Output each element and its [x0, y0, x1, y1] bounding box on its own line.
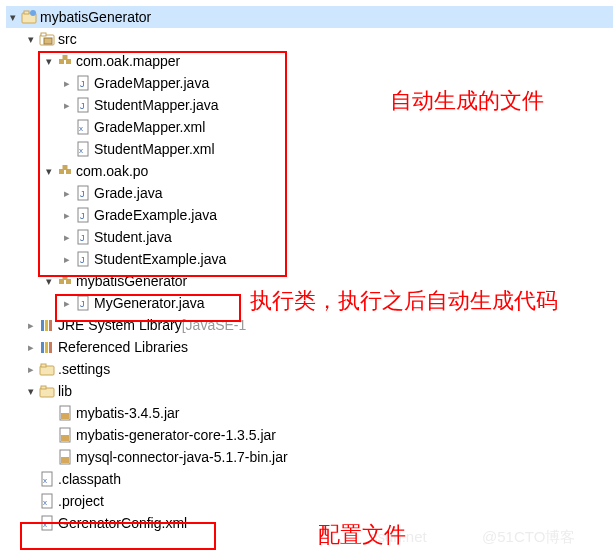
xml-file-icon: x — [75, 141, 91, 157]
file-label: .project — [58, 493, 104, 509]
svg-rect-35 — [49, 320, 52, 331]
svg-rect-37 — [45, 342, 48, 353]
java-file-icon: J — [75, 207, 91, 223]
src-folder[interactable]: src — [6, 28, 613, 50]
leaf-icon — [42, 406, 56, 420]
collapse-icon[interactable] — [60, 186, 74, 200]
file-label: StudentMapper.java — [94, 97, 219, 113]
package-icon — [57, 163, 73, 179]
leaf-icon — [24, 472, 38, 486]
xml-file-icon: x — [39, 515, 55, 531]
java-file-icon: J — [75, 75, 91, 91]
svg-rect-48 — [61, 457, 69, 463]
project-label: mybatisGenerator — [40, 9, 151, 25]
svg-text:J: J — [80, 233, 85, 243]
file-label: mybatis-3.4.5.jar — [76, 405, 179, 421]
folder-icon — [39, 383, 55, 399]
referenced-libraries[interactable]: Referenced Libraries — [6, 336, 613, 358]
java-file[interactable]: J GradeExample.java — [6, 204, 613, 226]
annotation-text-config: 配置文件 — [318, 520, 406, 550]
svg-text:x: x — [43, 476, 47, 485]
svg-text:J: J — [80, 211, 85, 221]
java-file-icon: J — [75, 295, 91, 311]
file-label: StudentMapper.xml — [94, 141, 215, 157]
jre-label: JRE System Library — [58, 317, 182, 333]
svg-rect-8 — [63, 55, 68, 60]
java-file[interactable]: J StudentExample.java — [6, 248, 613, 270]
expand-icon[interactable] — [24, 384, 38, 398]
svg-text:J: J — [80, 189, 85, 199]
collapse-icon[interactable] — [60, 76, 74, 90]
package-icon — [57, 273, 73, 289]
lib-folder[interactable]: lib — [6, 380, 613, 402]
collapse-icon[interactable] — [60, 98, 74, 112]
collapse-icon[interactable] — [60, 230, 74, 244]
settings-folder[interactable]: .settings — [6, 358, 613, 380]
svg-text:J: J — [80, 79, 85, 89]
jre-library[interactable]: JRE System Library [JavaSE-1 — [6, 314, 613, 336]
leaf-icon — [42, 428, 56, 442]
svg-text:x: x — [43, 498, 47, 507]
file-label: StudentExample.java — [94, 251, 226, 267]
collapse-icon[interactable] — [24, 362, 38, 376]
expand-icon[interactable] — [6, 10, 20, 24]
svg-rect-5 — [44, 38, 52, 44]
java-file[interactable]: J Grade.java — [6, 182, 613, 204]
annotation-text-executor: 执行类，执行之后自动生成代码 — [250, 286, 610, 317]
svg-rect-46 — [61, 435, 69, 441]
jar-icon — [57, 405, 73, 421]
expand-icon[interactable] — [42, 274, 56, 288]
file-label: mybatis-generator-core-1.3.5.jar — [76, 427, 276, 443]
jar-file[interactable]: mybatis-3.4.5.jar — [6, 402, 613, 424]
jar-icon — [57, 449, 73, 465]
package-mapper[interactable]: com.oak.mapper — [6, 50, 613, 72]
xml-file[interactable]: x GradeMapper.xml — [6, 116, 613, 138]
collapse-icon[interactable] — [60, 296, 74, 310]
svg-rect-36 — [41, 342, 44, 353]
package-label: com.oak.po — [76, 163, 148, 179]
expand-icon[interactable] — [24, 32, 38, 46]
collapse-icon[interactable] — [24, 318, 38, 332]
svg-text:J: J — [80, 255, 85, 265]
java-file-icon: J — [75, 229, 91, 245]
project-root[interactable]: mybatisGenerator — [6, 6, 613, 28]
leaf-icon — [24, 516, 38, 530]
svg-point-2 — [30, 10, 36, 16]
svg-rect-34 — [45, 320, 48, 331]
svg-text:x: x — [79, 124, 83, 133]
xml-file-icon: x — [75, 119, 91, 135]
leaf-icon — [24, 494, 38, 508]
project-file[interactable]: x .project — [6, 490, 613, 512]
jar-file[interactable]: mybatis-generator-core-1.3.5.jar — [6, 424, 613, 446]
file-label: GradeMapper.xml — [94, 119, 205, 135]
svg-rect-19 — [63, 165, 68, 170]
file-label: GradeMapper.java — [94, 75, 209, 91]
collapse-icon[interactable] — [60, 208, 74, 222]
package-icon — [57, 53, 73, 69]
svg-text:J: J — [80, 299, 85, 309]
svg-text:x: x — [79, 146, 83, 155]
jar-file[interactable]: mysql-connector-java-5.1.7-bin.jar — [6, 446, 613, 468]
collapse-icon[interactable] — [60, 252, 74, 266]
generator-config-file[interactable]: x GerenatorConfig.xml — [6, 512, 613, 534]
package-po[interactable]: com.oak.po — [6, 160, 613, 182]
java-file-icon: J — [75, 97, 91, 113]
svg-rect-40 — [41, 364, 46, 367]
leaf-icon — [42, 450, 56, 464]
collapse-icon[interactable] — [24, 340, 38, 354]
java-file[interactable]: J Student.java — [6, 226, 613, 248]
leaf-icon — [60, 120, 74, 134]
expand-icon[interactable] — [42, 54, 56, 68]
settings-label: .settings — [58, 361, 110, 377]
classpath-file[interactable]: x .classpath — [6, 468, 613, 490]
svg-text:J: J — [80, 101, 85, 111]
lib-label: lib — [58, 383, 72, 399]
file-label: .classpath — [58, 471, 121, 487]
java-file-icon: J — [75, 185, 91, 201]
file-label: mysql-connector-java-5.1.7-bin.jar — [76, 449, 288, 465]
leaf-icon — [60, 142, 74, 156]
xml-file[interactable]: x StudentMapper.xml — [6, 138, 613, 160]
expand-icon[interactable] — [42, 164, 56, 178]
src-label: src — [58, 31, 77, 47]
reflib-label: Referenced Libraries — [58, 339, 188, 355]
